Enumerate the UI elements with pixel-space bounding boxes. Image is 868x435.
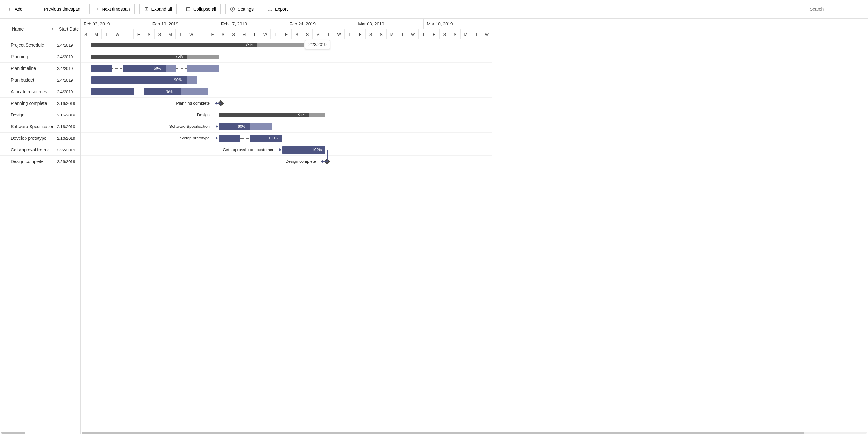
task-start-cell[interactable]: 2/4/2019 bbox=[57, 55, 80, 59]
day-header-cell: S bbox=[302, 29, 313, 39]
panel-splitter[interactable] bbox=[80, 218, 82, 225]
day-header-cell: M bbox=[313, 29, 323, 39]
svg-point-44 bbox=[4, 113, 4, 114]
drag-handle-icon[interactable] bbox=[0, 43, 7, 47]
drag-handle-icon[interactable] bbox=[0, 90, 7, 94]
task-row[interactable]: Design complete2/26/2019 bbox=[0, 156, 80, 167]
svg-point-15 bbox=[2, 56, 3, 57]
svg-point-67 bbox=[2, 160, 3, 161]
task-start-cell[interactable]: 2/22/2019 bbox=[57, 147, 80, 152]
drag-handle-icon[interactable] bbox=[0, 147, 7, 152]
task-start-cell[interactable]: 2/4/2019 bbox=[57, 66, 80, 71]
task-name-cell[interactable]: Software Specification bbox=[7, 124, 57, 129]
column-header-name[interactable]: Name bbox=[0, 19, 56, 39]
drag-handle-icon[interactable] bbox=[0, 159, 7, 164]
svg-point-47 bbox=[2, 116, 3, 116]
task-start-cell[interactable]: 2/4/2019 bbox=[57, 78, 80, 82]
task-start-cell[interactable]: 2/26/2019 bbox=[57, 159, 80, 164]
chart-horizontal-scrollbar-thumb[interactable] bbox=[82, 432, 804, 434]
task-name-cell[interactable]: Design complete bbox=[7, 159, 57, 164]
task-name-cell[interactable]: Planning complete bbox=[7, 101, 57, 106]
task-start-cell[interactable]: 2/4/2019 bbox=[57, 43, 80, 47]
task-row[interactable]: Get approval from cu…2/22/2019 bbox=[0, 144, 80, 156]
chart-horizontal-scrollbar-track[interactable] bbox=[82, 432, 867, 434]
task-row[interactable]: Planning2/4/2019 bbox=[0, 51, 80, 63]
chart-row: Design85% bbox=[81, 109, 492, 121]
drag-handle-icon[interactable] bbox=[0, 136, 7, 140]
day-header-cell: F bbox=[281, 29, 292, 39]
task-start-cell[interactable]: 2/4/2019 bbox=[57, 90, 80, 94]
task-row[interactable]: Develop prototype2/16/2019 bbox=[0, 133, 80, 144]
week-header-cell: Feb 03, 2019 bbox=[81, 19, 149, 29]
task-name-cell[interactable]: Allocate resources bbox=[7, 89, 57, 94]
svg-point-22 bbox=[4, 68, 4, 69]
task-name-cell[interactable]: Plan budget bbox=[7, 77, 57, 82]
svg-point-38 bbox=[4, 102, 4, 102]
bar-left-label: Design bbox=[81, 112, 210, 117]
drag-handle-icon[interactable] bbox=[0, 113, 7, 117]
task-row[interactable]: Allocate resources2/4/2019 bbox=[0, 86, 80, 98]
drag-handle-icon[interactable] bbox=[0, 66, 7, 70]
svg-point-35 bbox=[2, 93, 3, 93]
svg-point-46 bbox=[4, 114, 4, 115]
task-name-cell[interactable]: Planning bbox=[7, 54, 57, 59]
task-start-cell[interactable]: 2/16/2019 bbox=[57, 101, 80, 106]
search-input[interactable] bbox=[808, 5, 866, 13]
task-row[interactable]: Planning complete2/16/2019 bbox=[0, 98, 80, 109]
svg-point-66 bbox=[4, 151, 4, 152]
svg-point-21 bbox=[2, 68, 3, 69]
day-header-cell: S bbox=[366, 29, 376, 39]
gear-icon bbox=[230, 7, 235, 12]
day-header-cell: T bbox=[345, 29, 355, 39]
task-start-cell[interactable]: 2/16/2019 bbox=[57, 136, 80, 141]
collapse-all-button[interactable]: Collapse all bbox=[181, 4, 221, 14]
drag-handle-icon[interactable] bbox=[0, 101, 7, 105]
task-name-cell[interactable]: Plan timeline bbox=[7, 66, 57, 71]
grid-horizontal-scrollbar[interactable] bbox=[1, 432, 25, 434]
task-row[interactable]: Plan timeline2/4/2019 bbox=[0, 63, 80, 74]
dependency-connector bbox=[225, 103, 225, 127]
day-header-cell: M bbox=[165, 29, 176, 39]
task-bar-segment[interactable] bbox=[187, 65, 219, 72]
search-box[interactable] bbox=[806, 4, 866, 14]
day-header-cell: T bbox=[249, 29, 260, 39]
task-name-cell[interactable]: Get approval from cu… bbox=[7, 147, 57, 152]
svg-point-20 bbox=[4, 67, 4, 67]
add-button[interactable]: Add bbox=[2, 4, 27, 14]
previous-timespan-button[interactable]: Previous timespan bbox=[32, 4, 85, 14]
task-start-cell[interactable]: 2/16/2019 bbox=[57, 124, 80, 129]
svg-point-27 bbox=[2, 80, 3, 80]
task-start-cell[interactable]: 2/16/2019 bbox=[57, 113, 80, 118]
summary-progress bbox=[91, 43, 257, 47]
task-name-cell[interactable]: Develop prototype bbox=[7, 136, 57, 141]
drag-handle-icon[interactable] bbox=[0, 124, 7, 129]
task-name-cell[interactable]: Design bbox=[7, 112, 57, 118]
column-header-start-label: Start Date bbox=[59, 27, 79, 31]
task-row[interactable]: Project Schedule2/4/2019 bbox=[0, 39, 80, 51]
expand-all-button[interactable]: Expand all bbox=[139, 4, 177, 14]
bar-percent-label: 75% bbox=[165, 90, 173, 94]
next-timespan-button[interactable]: Next timespan bbox=[89, 4, 134, 14]
settings-button[interactable]: Settings bbox=[225, 4, 258, 14]
task-row[interactable]: Design2/16/2019 bbox=[0, 109, 80, 121]
drag-handle-icon[interactable] bbox=[0, 55, 7, 59]
bar-left-label: Planning complete bbox=[81, 101, 210, 105]
day-header-cell: W bbox=[186, 29, 197, 39]
svg-point-40 bbox=[4, 103, 4, 104]
day-header-cell: F bbox=[207, 29, 218, 39]
task-row[interactable]: Software Specification2/16/2019 bbox=[0, 121, 80, 133]
next-label: Next timespan bbox=[102, 7, 130, 12]
column-menu-icon[interactable] bbox=[50, 26, 55, 31]
day-header-cell: W bbox=[260, 29, 271, 39]
drag-handle-icon[interactable] bbox=[0, 78, 7, 82]
day-header-cell: S bbox=[218, 29, 229, 39]
svg-point-64 bbox=[4, 149, 4, 150]
export-button[interactable]: Export bbox=[263, 4, 292, 14]
week-header-cell: Mar 03, 2019 bbox=[355, 19, 424, 29]
column-header-start-date[interactable]: Start Date bbox=[56, 19, 80, 39]
task-row[interactable]: Plan budget2/4/2019 bbox=[0, 74, 80, 86]
task-name-cell[interactable]: Project Schedule bbox=[7, 42, 57, 47]
export-icon bbox=[268, 7, 273, 12]
summary-progress bbox=[219, 113, 309, 117]
svg-point-62 bbox=[4, 148, 4, 149]
